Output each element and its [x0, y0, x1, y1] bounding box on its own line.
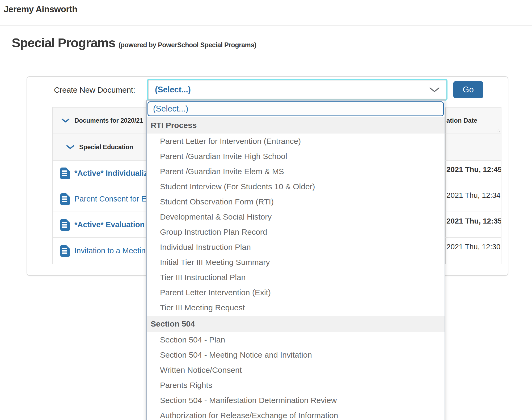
document-type-option[interactable]: Parent Letter Intervention (Exit)	[147, 285, 445, 300]
document-link[interactable]: *Active* Individualize	[74, 169, 152, 178]
document-type-dropdown: (Select...) RTI Process Parent Letter fo…	[146, 100, 445, 420]
dropdown-selected-option[interactable]: (Select...)	[147, 101, 444, 116]
document-type-option[interactable]: Written Notice/Consent	[147, 362, 445, 378]
document-type-option[interactable]: Initial Tier III Meeting Summary	[147, 255, 445, 270]
document-type-group-label: RTI Process	[147, 117, 445, 134]
student-name: Jeremy Ainsworth	[4, 4, 77, 14]
creation-date-cell: 2021 Thu, 12:35	[445, 212, 501, 237]
document-icon	[60, 193, 70, 205]
document-type-option[interactable]: Section 504 - Meeting Notice and Invitat…	[147, 347, 445, 362]
page-subtitle: (powered by PowerSchool Special Programs…	[119, 41, 256, 49]
creation-date-cell: 2021 Thu, 12:45	[445, 161, 501, 186]
document-type-option[interactable]: Developmental & Social History	[147, 209, 445, 224]
document-type-group-label: Section 504	[147, 316, 445, 332]
creation-date-cell: 2021 Thu, 12:34	[445, 186, 501, 212]
column-resize-grip[interactable]	[496, 128, 500, 132]
document-link[interactable]: Parent Consent for Eva	[74, 195, 154, 203]
select-current-value: (Select...)	[155, 85, 191, 95]
creation-date-column-header: ation Date	[445, 108, 501, 134]
document-type-option[interactable]: Tier III Meeting Request	[147, 300, 445, 315]
document-type-option[interactable]: Parents Rights	[147, 378, 445, 393]
empty-date-cell	[445, 134, 501, 160]
document-type-option[interactable]: Tier III Instructional Plan	[147, 270, 445, 285]
document-type-option[interactable]: Group Instruction Plan Record	[147, 224, 445, 239]
create-document-label: Create New Document:	[54, 85, 135, 95]
page-title: Special Programs	[12, 35, 115, 50]
document-type-option[interactable]: Individual Instruction Plan	[147, 239, 445, 255]
document-type-option[interactable]: Student Interview (For Students 10 & Old…	[147, 179, 445, 194]
collapse-chevron-icon[interactable]	[66, 145, 75, 149]
document-type-option[interactable]: Parent Letter for Intervention (Entrance…	[147, 134, 445, 149]
document-type-option[interactable]: Parent /Guardian Invite High School	[147, 149, 445, 164]
document-type-list: RTI Process Parent Letter for Interventi…	[147, 117, 445, 420]
document-link[interactable]: *Active* Evaluation T	[74, 220, 151, 229]
creation-date-header-label: ation Date	[446, 117, 477, 124]
document-icon	[60, 168, 70, 179]
document-type-option[interactable]: Authorization for Release/Exchange of In…	[147, 408, 445, 420]
document-icon	[60, 219, 70, 231]
page-title-row: Special Programs (powered by PowerSchool…	[12, 35, 256, 50]
creation-date-cell: 2021 Thu, 12:30	[445, 238, 501, 264]
documents-year-label: Documents for 2020/21	[74, 117, 143, 124]
header-divider	[0, 25, 532, 26]
document-type-option[interactable]: Parent /Guardian Invite Elem & MS	[147, 164, 445, 179]
collapse-chevron-icon[interactable]	[61, 118, 70, 123]
document-type-option[interactable]: Section 504 - Plan	[147, 332, 445, 347]
chevron-down-icon	[429, 87, 440, 93]
document-type-option[interactable]: Student Observation Form (RTI)	[147, 194, 445, 209]
go-button[interactable]: Go	[453, 81, 483, 98]
document-type-select[interactable]: (Select...)	[148, 80, 446, 100]
document-icon	[60, 245, 70, 257]
document-link[interactable]: Invitation to a Meeting	[74, 246, 150, 255]
document-type-option[interactable]: Section 504 - Manifestation Determinatio…	[147, 393, 445, 408]
special-education-label: Special Education	[79, 143, 133, 151]
